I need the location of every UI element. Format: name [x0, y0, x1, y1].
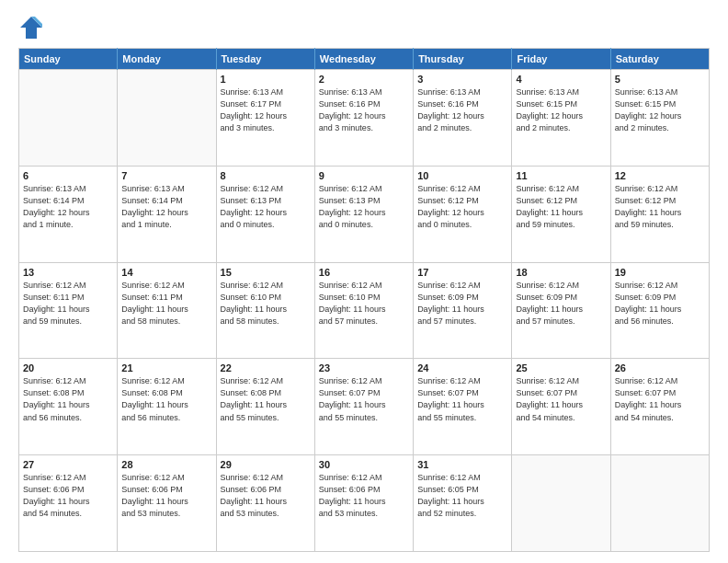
- calendar-cell: 24Sunrise: 6:12 AM Sunset: 6:07 PM Dayli…: [414, 359, 512, 455]
- day-info: Sunrise: 6:12 AM Sunset: 6:07 PM Dayligh…: [417, 375, 507, 423]
- day-info: Sunrise: 6:12 AM Sunset: 6:10 PM Dayligh…: [319, 280, 409, 327]
- day-info: Sunrise: 6:12 AM Sunset: 6:12 PM Dayligh…: [417, 183, 507, 231]
- day-info: Sunrise: 6:13 AM Sunset: 6:15 PM Dayligh…: [615, 86, 705, 134]
- day-info: Sunrise: 6:12 AM Sunset: 6:10 PM Dayligh…: [221, 280, 311, 327]
- day-info: Sunrise: 6:12 AM Sunset: 6:13 PM Dayligh…: [221, 183, 311, 231]
- logo-icon: [18, 15, 44, 40]
- calendar-cell: 6Sunrise: 6:13 AM Sunset: 6:14 PM Daylig…: [19, 166, 118, 262]
- calendar-cell: 3Sunrise: 6:13 AM Sunset: 6:16 PM Daylig…: [414, 70, 512, 167]
- weekday-header: Thursday: [414, 49, 512, 70]
- day-number: 21: [121, 362, 211, 373]
- day-number: 24: [417, 362, 507, 373]
- day-info: Sunrise: 6:13 AM Sunset: 6:16 PM Dayligh…: [417, 86, 507, 134]
- calendar-cell: 28Sunrise: 6:12 AM Sunset: 6:06 PM Dayli…: [118, 455, 216, 552]
- calendar-cell: 1Sunrise: 6:13 AM Sunset: 6:17 PM Daylig…: [216, 70, 314, 167]
- calendar-cell: 11Sunrise: 6:12 AM Sunset: 6:12 PM Dayli…: [512, 166, 610, 262]
- calendar-cell: 25Sunrise: 6:12 AM Sunset: 6:07 PM Dayli…: [512, 359, 610, 455]
- day-info: Sunrise: 6:12 AM Sunset: 6:13 PM Dayligh…: [319, 183, 409, 231]
- calendar-cell: 26Sunrise: 6:12 AM Sunset: 6:07 PM Dayli…: [610, 359, 709, 455]
- day-number: 13: [23, 267, 113, 278]
- weekday-header-row: SundayMondayTuesdayWednesdayThursdayFrid…: [19, 49, 710, 70]
- day-info: Sunrise: 6:12 AM Sunset: 6:09 PM Dayligh…: [615, 280, 705, 327]
- calendar-cell: 9Sunrise: 6:12 AM Sunset: 6:13 PM Daylig…: [314, 166, 413, 262]
- calendar-cell: 12Sunrise: 6:12 AM Sunset: 6:12 PM Dayli…: [610, 166, 709, 262]
- day-number: 31: [417, 459, 507, 470]
- day-number: 25: [516, 362, 606, 373]
- day-number: 28: [121, 459, 211, 470]
- calendar-week-row: 13Sunrise: 6:12 AM Sunset: 6:11 PM Dayli…: [19, 262, 710, 359]
- day-number: 16: [319, 267, 409, 278]
- day-number: 29: [221, 459, 311, 470]
- calendar-cell: [610, 455, 709, 552]
- day-info: Sunrise: 6:12 AM Sunset: 6:08 PM Dayligh…: [221, 375, 311, 423]
- day-number: 8: [221, 170, 311, 181]
- day-info: Sunrise: 6:13 AM Sunset: 6:14 PM Dayligh…: [121, 183, 211, 231]
- calendar-cell: 27Sunrise: 6:12 AM Sunset: 6:06 PM Dayli…: [19, 455, 118, 552]
- weekday-header: Sunday: [19, 49, 118, 70]
- calendar-cell: 29Sunrise: 6:12 AM Sunset: 6:06 PM Dayli…: [216, 455, 314, 552]
- calendar-cell: 18Sunrise: 6:12 AM Sunset: 6:09 PM Dayli…: [512, 262, 610, 359]
- calendar-cell: [118, 70, 216, 167]
- logo: [18, 15, 48, 40]
- weekday-header: Monday: [118, 49, 216, 70]
- weekday-header: Friday: [512, 49, 610, 70]
- day-number: 30: [319, 459, 409, 470]
- day-info: Sunrise: 6:12 AM Sunset: 6:07 PM Dayligh…: [615, 375, 705, 423]
- calendar-cell: [19, 70, 118, 167]
- day-number: 1: [221, 74, 311, 85]
- day-number: 22: [221, 362, 311, 373]
- day-number: 6: [23, 170, 113, 181]
- day-info: Sunrise: 6:12 AM Sunset: 6:06 PM Dayligh…: [319, 472, 409, 520]
- calendar-cell: 14Sunrise: 6:12 AM Sunset: 6:11 PM Dayli…: [118, 262, 216, 359]
- day-number: 26: [615, 362, 705, 373]
- calendar-cell: 4Sunrise: 6:13 AM Sunset: 6:15 PM Daylig…: [512, 70, 610, 167]
- day-number: 15: [221, 267, 311, 278]
- day-number: 3: [417, 74, 507, 85]
- day-number: 18: [516, 267, 606, 278]
- day-info: Sunrise: 6:12 AM Sunset: 6:11 PM Dayligh…: [23, 280, 113, 327]
- day-info: Sunrise: 6:13 AM Sunset: 6:17 PM Dayligh…: [221, 86, 311, 134]
- day-number: 11: [516, 170, 606, 181]
- day-number: 17: [417, 267, 507, 278]
- day-number: 4: [516, 74, 606, 85]
- calendar-cell: 10Sunrise: 6:12 AM Sunset: 6:12 PM Dayli…: [414, 166, 512, 262]
- calendar-cell: 31Sunrise: 6:12 AM Sunset: 6:05 PM Dayli…: [414, 455, 512, 552]
- day-info: Sunrise: 6:12 AM Sunset: 6:11 PM Dayligh…: [121, 280, 211, 327]
- calendar-week-row: 1Sunrise: 6:13 AM Sunset: 6:17 PM Daylig…: [19, 70, 710, 167]
- day-info: Sunrise: 6:12 AM Sunset: 6:06 PM Dayligh…: [221, 472, 311, 520]
- calendar-cell: [512, 455, 610, 552]
- calendar-cell: 23Sunrise: 6:12 AM Sunset: 6:07 PM Dayli…: [314, 359, 413, 455]
- day-number: 12: [615, 170, 705, 181]
- header: [18, 15, 710, 40]
- calendar-cell: 17Sunrise: 6:12 AM Sunset: 6:09 PM Dayli…: [414, 262, 512, 359]
- day-number: 14: [121, 267, 211, 278]
- calendar-cell: 16Sunrise: 6:12 AM Sunset: 6:10 PM Dayli…: [314, 262, 413, 359]
- day-info: Sunrise: 6:12 AM Sunset: 6:08 PM Dayligh…: [121, 375, 211, 423]
- calendar-cell: 30Sunrise: 6:12 AM Sunset: 6:06 PM Dayli…: [314, 455, 413, 552]
- calendar-cell: 15Sunrise: 6:12 AM Sunset: 6:10 PM Dayli…: [216, 262, 314, 359]
- day-info: Sunrise: 6:13 AM Sunset: 6:16 PM Dayligh…: [319, 86, 409, 134]
- day-info: Sunrise: 6:13 AM Sunset: 6:15 PM Dayligh…: [516, 86, 606, 134]
- day-number: 9: [319, 170, 409, 181]
- weekday-header: Tuesday: [216, 49, 314, 70]
- day-info: Sunrise: 6:12 AM Sunset: 6:07 PM Dayligh…: [319, 375, 409, 423]
- day-number: 20: [23, 362, 113, 373]
- calendar-table: SundayMondayTuesdayWednesdayThursdayFrid…: [18, 48, 710, 552]
- day-number: 10: [417, 170, 507, 181]
- day-info: Sunrise: 6:12 AM Sunset: 6:07 PM Dayligh…: [516, 375, 606, 423]
- calendar-cell: 7Sunrise: 6:13 AM Sunset: 6:14 PM Daylig…: [118, 166, 216, 262]
- calendar-cell: 8Sunrise: 6:12 AM Sunset: 6:13 PM Daylig…: [216, 166, 314, 262]
- calendar-cell: 2Sunrise: 6:13 AM Sunset: 6:16 PM Daylig…: [314, 70, 413, 167]
- day-info: Sunrise: 6:12 AM Sunset: 6:12 PM Dayligh…: [516, 183, 606, 231]
- day-info: Sunrise: 6:12 AM Sunset: 6:06 PM Dayligh…: [121, 472, 211, 520]
- calendar-cell: 21Sunrise: 6:12 AM Sunset: 6:08 PM Dayli…: [118, 359, 216, 455]
- day-info: Sunrise: 6:12 AM Sunset: 6:12 PM Dayligh…: [615, 183, 705, 231]
- day-number: 23: [319, 362, 409, 373]
- day-number: 7: [121, 170, 211, 181]
- calendar-week-row: 6Sunrise: 6:13 AM Sunset: 6:14 PM Daylig…: [19, 166, 710, 262]
- day-number: 5: [615, 74, 705, 85]
- calendar-week-row: 20Sunrise: 6:12 AM Sunset: 6:08 PM Dayli…: [19, 359, 710, 455]
- day-info: Sunrise: 6:13 AM Sunset: 6:14 PM Dayligh…: [23, 183, 113, 231]
- calendar-week-row: 27Sunrise: 6:12 AM Sunset: 6:06 PM Dayli…: [19, 455, 710, 552]
- day-info: Sunrise: 6:12 AM Sunset: 6:06 PM Dayligh…: [23, 472, 113, 520]
